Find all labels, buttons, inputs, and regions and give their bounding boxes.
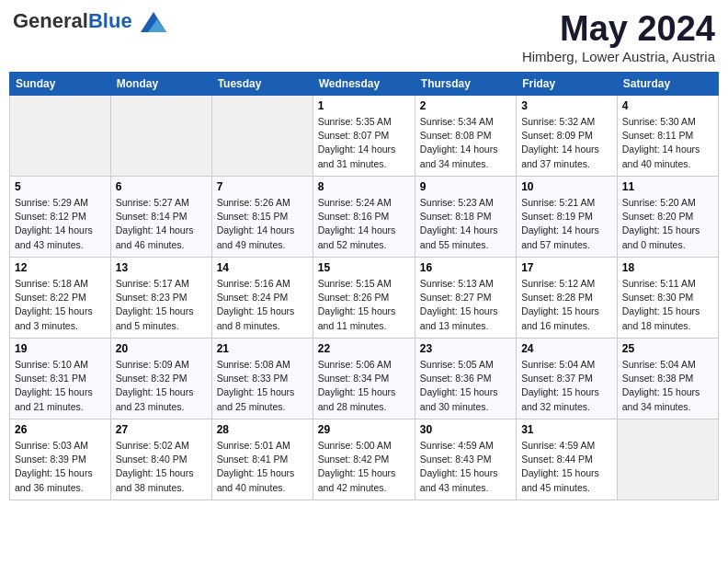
calendar-week-row: 26Sunrise: 5:03 AMSunset: 8:39 PMDayligh…	[10, 419, 719, 500]
calendar-day-cell: 25Sunrise: 5:04 AMSunset: 8:38 PMDayligh…	[617, 339, 718, 419]
day-detail: Sunrise: 5:30 AMSunset: 8:11 PMDaylight:…	[622, 115, 713, 171]
day-number: 2	[420, 99, 511, 112]
day-detail: Sunrise: 5:32 AMSunset: 8:09 PMDaylight:…	[521, 115, 612, 171]
day-number: 16	[420, 261, 511, 274]
weekday-header-thursday: Thursday	[415, 73, 516, 96]
calendar-day-cell: 7Sunrise: 5:26 AMSunset: 8:15 PMDaylight…	[211, 177, 313, 258]
day-number: 8	[318, 180, 410, 193]
calendar-day-cell: 20Sunrise: 5:09 AMSunset: 8:32 PMDayligh…	[110, 339, 211, 419]
day-detail: Sunrise: 4:59 AMSunset: 8:44 PMDaylight:…	[521, 439, 612, 495]
calendar-day-cell	[110, 96, 211, 177]
weekday-header-sunday: Sunday	[10, 73, 111, 96]
calendar-day-cell: 10Sunrise: 5:21 AMSunset: 8:19 PMDayligh…	[517, 177, 618, 258]
day-number: 1	[318, 99, 410, 112]
title-block: May 2024 Himberg, Lower Austria, Austria	[522, 9, 715, 64]
calendar-day-cell: 19Sunrise: 5:10 AMSunset: 8:31 PMDayligh…	[10, 339, 111, 419]
calendar-day-cell: 5Sunrise: 5:29 AMSunset: 8:12 PMDaylight…	[10, 177, 111, 258]
weekday-header-monday: Monday	[110, 73, 211, 96]
day-number: 23	[420, 342, 511, 355]
day-number: 20	[116, 342, 207, 355]
day-detail: Sunrise: 5:02 AMSunset: 8:40 PMDaylight:…	[116, 439, 207, 495]
calendar-day-cell: 11Sunrise: 5:20 AMSunset: 8:20 PMDayligh…	[617, 177, 718, 258]
calendar-day-cell: 6Sunrise: 5:27 AMSunset: 8:14 PMDaylight…	[110, 177, 211, 258]
day-number: 6	[116, 180, 207, 193]
day-detail: Sunrise: 5:23 AMSunset: 8:18 PMDaylight:…	[420, 196, 511, 252]
weekday-header-tuesday: Tuesday	[211, 73, 313, 96]
day-detail: Sunrise: 5:05 AMSunset: 8:36 PMDaylight:…	[420, 358, 511, 414]
day-number: 4	[622, 99, 713, 112]
day-number: 31	[521, 423, 612, 436]
calendar-day-cell	[617, 419, 718, 500]
calendar-day-cell: 4Sunrise: 5:30 AMSunset: 8:11 PMDaylight…	[617, 96, 718, 177]
calendar-day-cell: 21Sunrise: 5:08 AMSunset: 8:33 PMDayligh…	[211, 339, 313, 419]
day-detail: Sunrise: 5:04 AMSunset: 8:37 PMDaylight:…	[521, 358, 612, 414]
calendar-day-cell: 17Sunrise: 5:12 AMSunset: 8:28 PMDayligh…	[517, 258, 618, 339]
day-detail: Sunrise: 5:24 AMSunset: 8:16 PMDaylight:…	[318, 196, 410, 252]
day-detail: Sunrise: 5:04 AMSunset: 8:38 PMDaylight:…	[622, 358, 713, 414]
day-detail: Sunrise: 5:08 AMSunset: 8:33 PMDaylight:…	[217, 358, 308, 414]
day-number: 18	[622, 261, 713, 274]
calendar-day-cell	[211, 96, 313, 177]
day-number: 21	[217, 342, 308, 355]
calendar-day-cell: 13Sunrise: 5:17 AMSunset: 8:23 PMDayligh…	[110, 258, 211, 339]
day-detail: Sunrise: 4:59 AMSunset: 8:43 PMDaylight:…	[420, 439, 511, 495]
day-detail: Sunrise: 5:10 AMSunset: 8:31 PMDaylight:…	[15, 358, 106, 414]
day-detail: Sunrise: 5:18 AMSunset: 8:22 PMDaylight:…	[15, 277, 106, 333]
calendar-day-cell: 3Sunrise: 5:32 AMSunset: 8:09 PMDaylight…	[517, 96, 618, 177]
day-detail: Sunrise: 5:20 AMSunset: 8:20 PMDaylight:…	[622, 196, 713, 252]
day-number: 12	[15, 261, 106, 274]
day-detail: Sunrise: 5:11 AMSunset: 8:30 PMDaylight:…	[622, 277, 713, 333]
day-number: 26	[15, 423, 106, 436]
calendar-week-row: 5Sunrise: 5:29 AMSunset: 8:12 PMDaylight…	[10, 177, 719, 258]
day-number: 28	[217, 423, 308, 436]
calendar-day-cell: 24Sunrise: 5:04 AMSunset: 8:37 PMDayligh…	[517, 339, 618, 419]
calendar-day-cell: 31Sunrise: 4:59 AMSunset: 8:44 PMDayligh…	[517, 419, 618, 500]
logo-blue-text: Blue	[88, 9, 132, 32]
day-number: 17	[521, 261, 612, 274]
day-detail: Sunrise: 5:01 AMSunset: 8:41 PMDaylight:…	[217, 439, 308, 495]
calendar-day-cell: 12Sunrise: 5:18 AMSunset: 8:22 PMDayligh…	[10, 258, 111, 339]
day-number: 30	[420, 423, 511, 436]
logo: GeneralBlue	[13, 9, 166, 33]
logo-icon	[141, 12, 166, 32]
day-number: 19	[15, 342, 106, 355]
day-number: 11	[622, 180, 713, 193]
day-number: 25	[622, 342, 713, 355]
location-text: Himberg, Lower Austria, Austria	[522, 49, 715, 64]
day-detail: Sunrise: 5:16 AMSunset: 8:24 PMDaylight:…	[217, 277, 308, 333]
day-detail: Sunrise: 5:17 AMSunset: 8:23 PMDaylight:…	[116, 277, 207, 333]
day-number: 13	[116, 261, 207, 274]
day-number: 27	[116, 423, 207, 436]
day-number: 7	[217, 180, 308, 193]
calendar-week-row: 19Sunrise: 5:10 AMSunset: 8:31 PMDayligh…	[10, 339, 719, 419]
weekday-header-row: SundayMondayTuesdayWednesdayThursdayFrid…	[10, 73, 719, 96]
day-number: 24	[521, 342, 612, 355]
day-number: 14	[217, 261, 308, 274]
day-detail: Sunrise: 5:03 AMSunset: 8:39 PMDaylight:…	[15, 439, 106, 495]
day-detail: Sunrise: 5:15 AMSunset: 8:26 PMDaylight:…	[318, 277, 410, 333]
day-detail: Sunrise: 5:27 AMSunset: 8:14 PMDaylight:…	[116, 196, 207, 252]
logo-general-text: General	[13, 9, 88, 32]
day-number: 15	[318, 261, 410, 274]
day-detail: Sunrise: 5:06 AMSunset: 8:34 PMDaylight:…	[318, 358, 410, 414]
calendar-day-cell: 26Sunrise: 5:03 AMSunset: 8:39 PMDayligh…	[10, 419, 111, 500]
calendar-week-row: 1Sunrise: 5:35 AMSunset: 8:07 PMDaylight…	[10, 96, 719, 177]
day-number: 5	[15, 180, 106, 193]
calendar-day-cell: 22Sunrise: 5:06 AMSunset: 8:34 PMDayligh…	[313, 339, 415, 419]
calendar-day-cell: 16Sunrise: 5:13 AMSunset: 8:27 PMDayligh…	[415, 258, 516, 339]
calendar-day-cell: 30Sunrise: 4:59 AMSunset: 8:43 PMDayligh…	[415, 419, 516, 500]
day-number: 9	[420, 180, 511, 193]
calendar-day-cell: 1Sunrise: 5:35 AMSunset: 8:07 PMDaylight…	[313, 96, 415, 177]
calendar-day-cell: 15Sunrise: 5:15 AMSunset: 8:26 PMDayligh…	[313, 258, 415, 339]
day-number: 3	[521, 99, 612, 112]
calendar-week-row: 12Sunrise: 5:18 AMSunset: 8:22 PMDayligh…	[10, 258, 719, 339]
weekday-header-wednesday: Wednesday	[313, 73, 415, 96]
calendar-day-cell: 28Sunrise: 5:01 AMSunset: 8:41 PMDayligh…	[211, 419, 313, 500]
month-title: May 2024	[522, 9, 715, 49]
calendar-day-cell: 18Sunrise: 5:11 AMSunset: 8:30 PMDayligh…	[617, 258, 718, 339]
calendar-day-cell: 14Sunrise: 5:16 AMSunset: 8:24 PMDayligh…	[211, 258, 313, 339]
day-detail: Sunrise: 5:09 AMSunset: 8:32 PMDaylight:…	[116, 358, 207, 414]
day-detail: Sunrise: 5:12 AMSunset: 8:28 PMDaylight:…	[521, 277, 612, 333]
calendar-day-cell: 8Sunrise: 5:24 AMSunset: 8:16 PMDaylight…	[313, 177, 415, 258]
day-detail: Sunrise: 5:34 AMSunset: 8:08 PMDaylight:…	[420, 115, 511, 171]
